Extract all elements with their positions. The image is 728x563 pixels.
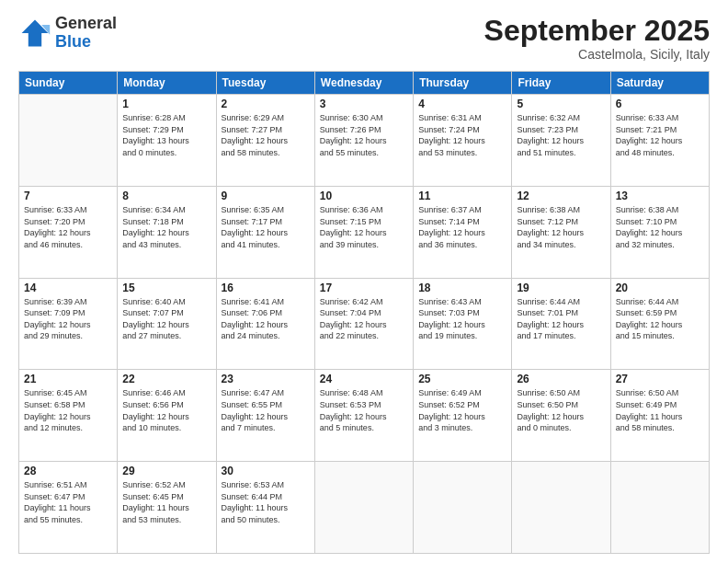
svg-marker-0 (22, 19, 49, 46)
calendar-cell: 24Sunrise: 6:48 AM Sunset: 6:53 PM Dayli… (314, 370, 413, 462)
calendar-week-row: 14Sunrise: 6:39 AM Sunset: 7:09 PM Dayli… (19, 278, 710, 370)
calendar-cell: 4Sunrise: 6:31 AM Sunset: 7:24 PM Daylig… (414, 95, 512, 187)
day-number: 7 (24, 190, 112, 202)
day-info: Sunrise: 6:50 AM Sunset: 6:49 PM Dayligh… (616, 387, 704, 433)
calendar-cell: 22Sunrise: 6:46 AM Sunset: 6:56 PM Dayli… (118, 370, 216, 462)
calendar-cell: 10Sunrise: 6:36 AM Sunset: 7:15 PM Dayli… (314, 186, 413, 278)
day-number: 29 (122, 465, 210, 477)
day-info: Sunrise: 6:36 AM Sunset: 7:15 PM Dayligh… (320, 204, 408, 250)
calendar-cell: 21Sunrise: 6:45 AM Sunset: 6:58 PM Dayli… (19, 370, 118, 462)
calendar-cell: 17Sunrise: 6:42 AM Sunset: 7:04 PM Dayli… (314, 278, 413, 370)
logo-blue-text: Blue (55, 33, 117, 52)
calendar-cell: 27Sunrise: 6:50 AM Sunset: 6:49 PM Dayli… (610, 370, 709, 462)
calendar-cell: 14Sunrise: 6:39 AM Sunset: 7:09 PM Dayli… (19, 278, 118, 370)
col-header-tuesday: Tuesday (216, 72, 314, 95)
col-header-friday: Friday (512, 72, 610, 95)
day-number: 9 (222, 190, 310, 202)
day-number: 17 (320, 282, 408, 294)
day-number: 6 (616, 98, 704, 110)
day-info: Sunrise: 6:33 AM Sunset: 7:21 PM Dayligh… (616, 112, 704, 158)
logo-text: General Blue (55, 15, 117, 52)
calendar-cell: 23Sunrise: 6:47 AM Sunset: 6:55 PM Dayli… (216, 370, 314, 462)
day-number: 25 (418, 373, 506, 385)
day-info: Sunrise: 6:44 AM Sunset: 6:59 PM Dayligh… (616, 296, 704, 342)
day-number: 10 (320, 190, 408, 202)
calendar-cell: 13Sunrise: 6:38 AM Sunset: 7:10 PM Dayli… (610, 186, 709, 278)
calendar-week-row: 1Sunrise: 6:28 AM Sunset: 7:29 PM Daylig… (19, 95, 710, 187)
day-number: 14 (24, 282, 112, 294)
day-info: Sunrise: 6:43 AM Sunset: 7:03 PM Dayligh… (418, 296, 506, 342)
day-info: Sunrise: 6:31 AM Sunset: 7:24 PM Dayligh… (418, 112, 506, 158)
day-info: Sunrise: 6:48 AM Sunset: 6:53 PM Dayligh… (320, 387, 408, 433)
calendar-cell: 12Sunrise: 6:38 AM Sunset: 7:12 PM Dayli… (512, 186, 610, 278)
day-number: 24 (320, 373, 408, 385)
day-number: 4 (418, 98, 506, 110)
day-number: 23 (222, 373, 310, 385)
col-header-wednesday: Wednesday (314, 72, 413, 95)
day-number: 13 (616, 190, 704, 202)
col-header-thursday: Thursday (414, 72, 512, 95)
col-header-monday: Monday (118, 72, 216, 95)
day-number: 5 (517, 98, 605, 110)
calendar-cell: 5Sunrise: 6:32 AM Sunset: 7:23 PM Daylig… (512, 95, 610, 187)
day-info: Sunrise: 6:41 AM Sunset: 7:06 PM Dayligh… (222, 296, 310, 342)
day-info: Sunrise: 6:45 AM Sunset: 6:58 PM Dayligh… (24, 387, 112, 433)
calendar-cell: 7Sunrise: 6:33 AM Sunset: 7:20 PM Daylig… (19, 186, 118, 278)
day-number: 2 (222, 98, 310, 110)
calendar-cell (610, 462, 709, 554)
day-info: Sunrise: 6:35 AM Sunset: 7:17 PM Dayligh… (222, 204, 310, 250)
day-number: 19 (517, 282, 605, 294)
page: General Blue September 2025 Castelmola, … (0, 0, 728, 563)
day-info: Sunrise: 6:39 AM Sunset: 7:09 PM Dayligh… (24, 296, 112, 342)
calendar-cell (19, 95, 118, 187)
day-info: Sunrise: 6:47 AM Sunset: 6:55 PM Dayligh… (222, 387, 310, 433)
month-title: September 2025 (484, 15, 710, 47)
col-header-saturday: Saturday (610, 72, 709, 95)
calendar-cell: 8Sunrise: 6:34 AM Sunset: 7:18 PM Daylig… (118, 186, 216, 278)
calendar-cell: 20Sunrise: 6:44 AM Sunset: 6:59 PM Dayli… (610, 278, 709, 370)
day-info: Sunrise: 6:40 AM Sunset: 7:07 PM Dayligh… (122, 296, 210, 342)
calendar-table: SundayMondayTuesdayWednesdayThursdayFrid… (18, 71, 710, 554)
day-info: Sunrise: 6:38 AM Sunset: 7:10 PM Dayligh… (616, 204, 704, 250)
day-number: 12 (517, 190, 605, 202)
col-header-sunday: Sunday (19, 72, 118, 95)
calendar-cell: 16Sunrise: 6:41 AM Sunset: 7:06 PM Dayli… (216, 278, 314, 370)
calendar-cell (314, 462, 413, 554)
day-info: Sunrise: 6:44 AM Sunset: 7:01 PM Dayligh… (517, 296, 605, 342)
calendar-cell (512, 462, 610, 554)
calendar-cell: 2Sunrise: 6:29 AM Sunset: 7:27 PM Daylig… (216, 95, 314, 187)
calendar-cell: 18Sunrise: 6:43 AM Sunset: 7:03 PM Dayli… (414, 278, 512, 370)
location-subtitle: Castelmola, Sicily, Italy (484, 47, 710, 62)
day-info: Sunrise: 6:42 AM Sunset: 7:04 PM Dayligh… (320, 296, 408, 342)
calendar-header-row: SundayMondayTuesdayWednesdayThursdayFrid… (19, 72, 710, 95)
calendar-cell: 26Sunrise: 6:50 AM Sunset: 6:50 PM Dayli… (512, 370, 610, 462)
day-info: Sunrise: 6:34 AM Sunset: 7:18 PM Dayligh… (122, 204, 210, 250)
calendar-cell: 29Sunrise: 6:52 AM Sunset: 6:45 PM Dayli… (118, 462, 216, 554)
calendar-cell: 6Sunrise: 6:33 AM Sunset: 7:21 PM Daylig… (610, 95, 709, 187)
calendar-cell (414, 462, 512, 554)
day-number: 11 (418, 190, 506, 202)
calendar-cell: 9Sunrise: 6:35 AM Sunset: 7:17 PM Daylig… (216, 186, 314, 278)
day-number: 16 (222, 282, 310, 294)
day-info: Sunrise: 6:49 AM Sunset: 6:52 PM Dayligh… (418, 387, 506, 433)
day-number: 3 (320, 98, 408, 110)
day-number: 18 (418, 282, 506, 294)
day-info: Sunrise: 6:28 AM Sunset: 7:29 PM Dayligh… (122, 112, 210, 158)
day-info: Sunrise: 6:29 AM Sunset: 7:27 PM Dayligh… (222, 112, 310, 158)
calendar-cell: 19Sunrise: 6:44 AM Sunset: 7:01 PM Dayli… (512, 278, 610, 370)
day-info: Sunrise: 6:46 AM Sunset: 6:56 PM Dayligh… (122, 387, 210, 433)
day-number: 1 (122, 98, 210, 110)
calendar-cell: 1Sunrise: 6:28 AM Sunset: 7:29 PM Daylig… (118, 95, 216, 187)
day-number: 20 (616, 282, 704, 294)
day-number: 15 (122, 282, 210, 294)
day-info: Sunrise: 6:52 AM Sunset: 6:45 PM Dayligh… (122, 479, 210, 525)
day-number: 26 (517, 373, 605, 385)
calendar-cell: 3Sunrise: 6:30 AM Sunset: 7:26 PM Daylig… (314, 95, 413, 187)
day-info: Sunrise: 6:51 AM Sunset: 6:47 PM Dayligh… (24, 479, 112, 525)
day-number: 22 (122, 373, 210, 385)
day-info: Sunrise: 6:37 AM Sunset: 7:14 PM Dayligh… (418, 204, 506, 250)
day-number: 8 (122, 190, 210, 202)
day-info: Sunrise: 6:32 AM Sunset: 7:23 PM Dayligh… (517, 112, 605, 158)
logo-general-text: General (55, 15, 117, 33)
day-info: Sunrise: 6:30 AM Sunset: 7:26 PM Dayligh… (320, 112, 408, 158)
